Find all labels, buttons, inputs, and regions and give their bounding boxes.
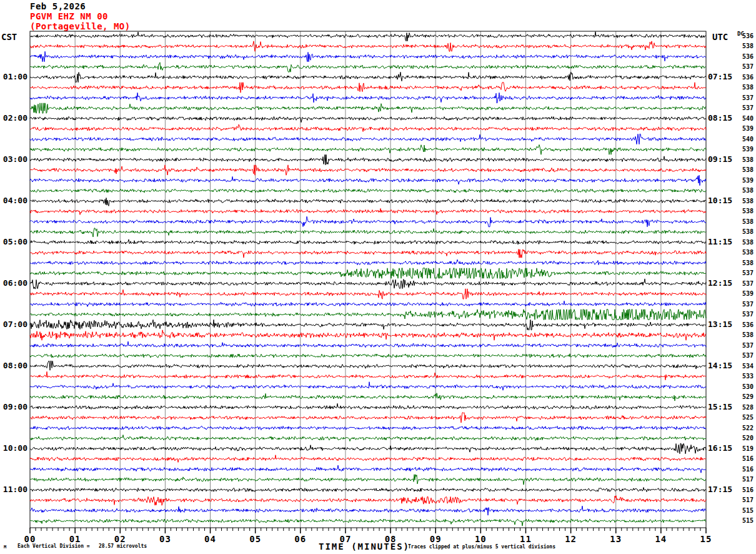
seismo-trace-row-26 <box>30 301 706 306</box>
dc-value: 516 <box>736 466 754 473</box>
utc-hour-label: 16:15 <box>708 444 732 453</box>
dc-value: 516 <box>736 486 754 493</box>
seismo-trace-row-38 <box>30 426 706 430</box>
dc-value: 515 <box>736 507 754 514</box>
seismo-trace-row-3 <box>30 63 706 72</box>
seismo-trace-row-40 <box>30 443 706 453</box>
seismo-trace-row-28 <box>30 320 706 330</box>
dc-value: 533 <box>736 373 754 380</box>
utc-hour-label: 08:15 <box>708 114 732 123</box>
seismo-trace-row-22 <box>30 259 706 265</box>
dc-value: 538 <box>736 208 754 214</box>
dc-value: 538 <box>736 228 754 235</box>
x-axis-tick-label: 13 <box>607 534 625 544</box>
dc-value: 536 <box>736 74 754 81</box>
x-axis-tick-label: 00 <box>21 534 39 544</box>
seismo-trace-row-5 <box>30 83 706 93</box>
cst-hour-label: 10:00 <box>0 444 27 453</box>
dc-value: 517 <box>736 496 754 503</box>
seismo-trace-row-32 <box>30 361 706 370</box>
seismo-trace-row-19 <box>30 228 706 237</box>
dc-value: 515 <box>736 517 754 524</box>
dc-value: 538 <box>736 249 754 256</box>
seismo-trace-row-7 <box>30 103 706 113</box>
seismo-trace-row-41 <box>30 455 706 463</box>
x-axis-tick-label: 04 <box>202 534 219 544</box>
utc-hour-label: 15:15 <box>708 403 732 411</box>
seismo-trace-row-33 <box>30 371 706 380</box>
cst-hour-label: 07:00 <box>0 320 27 329</box>
seismo-trace-row-42 <box>30 465 706 473</box>
dc-value: 537 <box>736 301 754 308</box>
dc-value: 536 <box>736 321 754 328</box>
dc-value: 537 <box>736 94 754 101</box>
cst-hour-label: 03:00 <box>0 155 27 164</box>
x-axis-tick-label: 15 <box>697 534 715 544</box>
dc-value: 528 <box>736 404 754 411</box>
utc-hour-label: 12:15 <box>708 279 732 288</box>
dc-value: 540 <box>736 136 754 143</box>
seismo-trace-row-1 <box>30 41 706 51</box>
x-axis-tick-label: 08 <box>382 534 399 544</box>
dc-value: 536 <box>736 53 754 60</box>
utc-hour-label: 17:15 <box>708 485 732 494</box>
dc-value: 537 <box>736 342 754 349</box>
dc-value: 538 <box>736 239 754 246</box>
dc-value: 540 <box>736 115 754 122</box>
seismo-trace-row-12 <box>30 154 706 164</box>
seismo-trace-row-0 <box>30 32 706 41</box>
dc-value: 539 <box>736 177 754 184</box>
seismo-trace-row-27 <box>30 310 706 320</box>
seismo-trace-row-17 <box>30 208 706 214</box>
x-axis-tick-label: 06 <box>292 534 309 544</box>
dc-value: 538 <box>736 84 754 91</box>
x-axis-tick-label: 10 <box>472 534 489 544</box>
seismo-trace-row-2 <box>30 51 706 61</box>
seismo-trace-row-20 <box>30 239 706 244</box>
x-axis-tick-label: 05 <box>247 534 264 544</box>
x-axis-tick-label: 14 <box>652 534 670 544</box>
dc-value: 519 <box>736 445 754 452</box>
dc-value: 520 <box>736 435 754 441</box>
dc-value: 538 <box>736 43 754 49</box>
x-axis-tick-label: 11 <box>517 534 534 544</box>
seismogram-plot[interactable] <box>0 0 756 554</box>
seismo-trace-row-43 <box>30 475 706 485</box>
dc-value: 538 <box>736 259 754 266</box>
dc-value: 537 <box>736 63 754 70</box>
seismo-trace-row-24 <box>30 279 706 289</box>
x-axis-tick-label: 02 <box>111 534 129 544</box>
helicorder-page: Feb 5,2026 PGVM EHZ NM 00 (Portageville,… <box>0 0 756 554</box>
seismo-trace-row-6 <box>30 93 706 103</box>
cst-hour-label: 06:00 <box>0 279 27 288</box>
dc-value: 537 <box>736 352 754 359</box>
dc-value: 537 <box>736 280 754 287</box>
clipping-note: Traces clipped at plus/minus 5 vertical … <box>408 544 555 550</box>
dc-value: 538 <box>736 166 754 173</box>
dc-value: 539 <box>736 290 754 297</box>
dc-value: 534 <box>736 363 754 370</box>
utc-hour-label: 13:15 <box>708 320 732 329</box>
utc-hour-label: 11:15 <box>708 238 732 246</box>
seismo-trace-row-25 <box>30 289 706 299</box>
utc-hour-label: 07:15 <box>708 73 732 81</box>
dc-value: 530 <box>736 383 754 390</box>
seismo-trace-row-21 <box>30 249 706 258</box>
seismo-trace-row-39 <box>30 435 706 441</box>
seismo-trace-row-47 <box>30 519 706 526</box>
dc-value: 536 <box>736 33 754 39</box>
x-axis-tick-label: 09 <box>427 534 444 544</box>
dc-value: 539 <box>736 125 754 132</box>
cst-hour-label: 01:00 <box>0 73 27 81</box>
dc-value: 537 <box>736 311 754 318</box>
seismo-trace-row-29 <box>30 330 706 340</box>
seismo-trace-row-8 <box>30 116 706 122</box>
utc-hour-label: 09:15 <box>708 155 732 164</box>
dc-value: 538 <box>736 218 754 225</box>
seismo-trace-row-30 <box>30 341 706 348</box>
cst-hour-label: 02:00 <box>0 114 27 123</box>
seismo-trace-row-15 <box>30 189 706 193</box>
cst-hour-label: 09:00 <box>0 403 27 411</box>
x-axis-tick-label: 03 <box>156 534 174 544</box>
seismo-trace-row-9 <box>30 124 706 132</box>
